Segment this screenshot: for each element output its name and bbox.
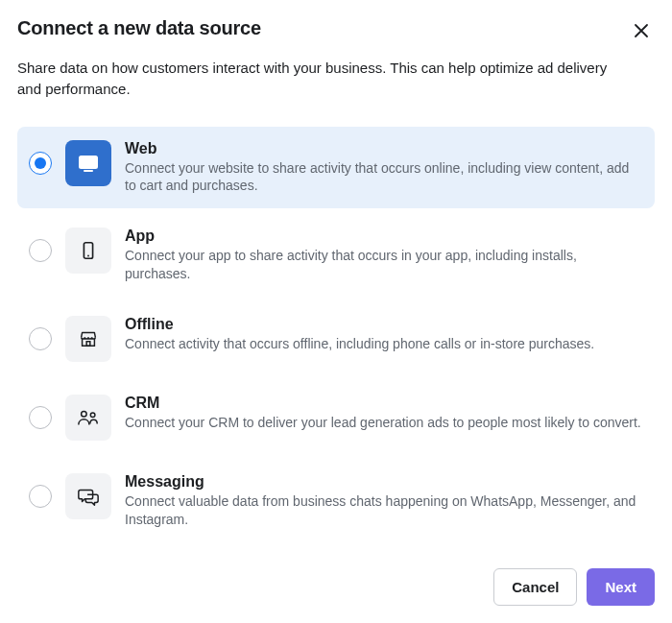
option-app-title: App <box>125 228 643 245</box>
svg-rect-1 <box>80 156 97 168</box>
storefront-icon <box>65 316 111 362</box>
option-messaging[interactable]: Messaging Connect valuable data from bus… <box>17 460 655 542</box>
svg-point-7 <box>90 413 95 418</box>
dialog-title: Connect a new data source <box>17 17 261 39</box>
radio-web[interactable] <box>29 152 52 175</box>
close-button[interactable] <box>628 17 655 44</box>
svg-point-4 <box>87 255 89 257</box>
option-crm[interactable]: CRM Connect your CRM to deliver your lea… <box>17 381 655 454</box>
dialog-footer: Cancel Next <box>493 568 655 606</box>
option-web[interactable]: Web Connect your website to share activi… <box>17 127 655 209</box>
option-messaging-title: Messaging <box>125 473 643 491</box>
options-list: Web Connect your website to share activi… <box>17 127 655 542</box>
option-messaging-description: Connect valuable data from business chat… <box>125 492 643 529</box>
radio-crm[interactable] <box>29 406 52 429</box>
close-icon <box>632 21 651 40</box>
radio-messaging[interactable] <box>29 485 52 508</box>
svg-rect-5 <box>86 342 90 347</box>
option-app[interactable]: App Connect your app to share activity t… <box>17 214 655 297</box>
dialog-subtitle: Share data on how customers interact wit… <box>17 58 632 100</box>
mobile-icon <box>65 228 111 274</box>
people-icon <box>65 395 111 441</box>
option-crm-title: CRM <box>125 395 643 412</box>
radio-app[interactable] <box>29 239 52 262</box>
option-crm-description: Connect your CRM to deliver your lead ge… <box>125 414 643 432</box>
next-button[interactable]: Next <box>587 568 655 606</box>
svg-rect-2 <box>84 170 93 172</box>
option-web-description: Connect your website to share activity t… <box>125 159 643 196</box>
option-offline-description: Connect activity that occurs offline, in… <box>125 335 643 353</box>
option-web-title: Web <box>125 140 643 157</box>
svg-point-6 <box>82 412 87 418</box>
option-offline[interactable]: Offline Connect activity that occurs off… <box>17 302 655 375</box>
option-app-description: Connect your app to share activity that … <box>125 247 643 283</box>
radio-offline[interactable] <box>29 327 52 350</box>
desktop-icon <box>65 140 111 186</box>
option-offline-title: Offline <box>125 316 643 333</box>
cancel-button[interactable]: Cancel <box>493 568 577 606</box>
chat-icon <box>65 473 111 519</box>
